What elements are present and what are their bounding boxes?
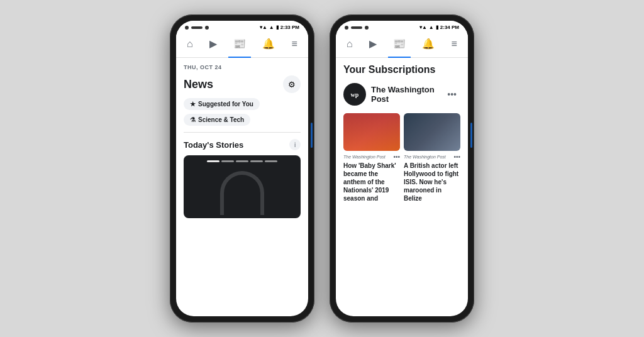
arch-decoration xyxy=(220,171,264,215)
stories-row: Today's Stories i xyxy=(184,139,301,150)
camera2-left xyxy=(205,26,209,30)
publisher-row: wp The Washington Post ••• xyxy=(343,80,460,108)
tags-row: ★ Suggested for You ⚗ Science & Tech xyxy=(184,98,301,126)
date-label: THU, OCT 24 xyxy=(184,64,301,70)
subscriptions-title: Your Subscriptions xyxy=(343,64,460,75)
publisher-name: The Washington Post xyxy=(371,85,438,104)
article-source-2: The Washington Post xyxy=(404,155,446,159)
article-image-1 xyxy=(343,113,400,151)
nav-home-right[interactable]: ⌂ xyxy=(341,36,358,52)
section-title: News xyxy=(184,78,213,91)
phone-right-topbar: ▾▲ ▲ ▮ 2:34 PM xyxy=(336,21,468,30)
wp-logo-svg: wp xyxy=(347,87,362,102)
article-more-2[interactable]: ••• xyxy=(453,153,460,160)
publisher-logo: wp xyxy=(343,83,366,106)
gear-icon: ⚙ xyxy=(288,80,296,89)
speaker-left xyxy=(191,26,203,29)
article-item-1: The Washington Post ••• How 'Baby Shark'… xyxy=(343,113,400,202)
nav-play-left[interactable]: ▶ xyxy=(204,35,222,52)
phone-right: ▾▲ ▲ ▮ 2:34 PM ⌂ ▶ 📰 🔔 xyxy=(330,14,474,323)
star-icon: ★ xyxy=(190,101,196,108)
nav-home-left[interactable]: ⌂ xyxy=(182,36,198,52)
story-image xyxy=(184,155,301,218)
nav-bar-left: ⌂ ▶ 📰 🔔 ≡ xyxy=(176,30,308,58)
story-dot-2 xyxy=(221,160,234,162)
article-meta-1: The Washington Post ••• xyxy=(343,151,400,162)
camera-left xyxy=(185,26,189,30)
nav-bell-left[interactable]: 🔔 xyxy=(257,35,280,52)
article-headline-2: A British actor left Hollywood to fight … xyxy=(404,162,460,202)
info-icon: i xyxy=(294,141,296,148)
signal-icon: ▾▲ xyxy=(260,25,267,30)
bell-icon-left: 🔔 xyxy=(262,38,275,50)
time-right: 2:34 PM xyxy=(440,25,459,30)
article-image-2 xyxy=(404,113,460,151)
phone-notch-left xyxy=(185,26,209,30)
article-item-2: The Washington Post ••• A British actor … xyxy=(404,113,460,202)
status-icons-left: ▾▲ ▲ ▮ 2:33 PM xyxy=(260,25,299,30)
home-icon-right: ⌂ xyxy=(347,38,353,50)
nav-news-left[interactable]: 📰 xyxy=(228,35,251,52)
story-dots xyxy=(184,160,301,162)
article-meta-2: The Washington Post ••• xyxy=(404,151,460,162)
news-icon-left: 📰 xyxy=(233,38,246,50)
article-headline-1: How 'Baby Shark' became the anthem of th… xyxy=(343,162,400,202)
nav-menu-left[interactable]: ≡ xyxy=(287,36,303,52)
story-dot-4 xyxy=(250,160,263,162)
nav-bell-right[interactable]: 🔔 xyxy=(417,35,440,52)
article-more-1[interactable]: ••• xyxy=(393,153,400,160)
phone-notch-right xyxy=(345,26,369,30)
bell-icon-right: 🔔 xyxy=(422,38,435,50)
story-dot-1 xyxy=(207,160,219,162)
tag-suggested-label: Suggested for You xyxy=(198,101,253,108)
story-dot-3 xyxy=(236,160,248,162)
time-left: 2:33 PM xyxy=(280,25,299,30)
phone-left: ▾▲ ▲ ▮ 2:33 PM ⌂ ▶ 📰 🔔 xyxy=(170,14,314,323)
nav-news-right[interactable]: 📰 xyxy=(388,35,411,52)
divider-left xyxy=(184,132,301,133)
news-icon-right: 📰 xyxy=(393,38,406,50)
phone-left-content: THU, OCT 24 News ⚙ ★ Suggested for You ⚗… xyxy=(176,58,308,316)
tag-science-label: Science & Tech xyxy=(198,116,244,123)
speaker-right xyxy=(351,26,362,29)
tag-science[interactable]: ⚗ Science & Tech xyxy=(184,114,250,126)
wifi-icon-right: ▲ xyxy=(429,25,434,30)
nav-bar-right: ⌂ ▶ 📰 🔔 ≡ xyxy=(336,30,468,58)
status-icons-right: ▾▲ ▲ ▮ 2:34 PM xyxy=(419,25,459,30)
flask-icon: ⚗ xyxy=(190,116,196,123)
camera2-right xyxy=(365,26,369,30)
story-dot-5 xyxy=(265,160,277,162)
battery-icon-right: ▮ xyxy=(436,25,438,30)
wifi-icon: ▲ xyxy=(269,25,274,30)
svg-text:wp: wp xyxy=(351,91,359,98)
phone-right-content: Your Subscriptions wp The Washington Pos… xyxy=(336,58,468,316)
tag-suggested[interactable]: ★ Suggested for You xyxy=(184,98,260,110)
scene: ▾▲ ▲ ▮ 2:33 PM ⌂ ▶ 📰 🔔 xyxy=(0,0,644,337)
menu-icon-right: ≡ xyxy=(452,38,457,50)
camera-right xyxy=(345,26,348,30)
section-title-row: News ⚙ xyxy=(184,75,301,93)
phone-left-topbar: ▾▲ ▲ ▮ 2:33 PM xyxy=(176,21,308,30)
gear-button[interactable]: ⚙ xyxy=(283,75,301,93)
home-icon-left: ⌂ xyxy=(187,38,193,50)
menu-icon-left: ≡ xyxy=(292,38,297,50)
publisher-more-button[interactable]: ••• xyxy=(443,88,460,101)
battery-icon: ▮ xyxy=(276,25,279,30)
play-icon-left: ▶ xyxy=(209,38,217,50)
nav-menu-right[interactable]: ≡ xyxy=(447,36,462,52)
articles-grid: The Washington Post ••• How 'Baby Shark'… xyxy=(343,113,460,202)
stories-label: Today's Stories xyxy=(184,140,243,150)
article-source-1: The Washington Post xyxy=(343,155,386,159)
nav-play-right[interactable]: ▶ xyxy=(364,35,382,52)
info-button[interactable]: i xyxy=(289,139,301,150)
play-icon-right: ▶ xyxy=(369,38,377,50)
signal-icon-right: ▾▲ xyxy=(419,25,427,30)
